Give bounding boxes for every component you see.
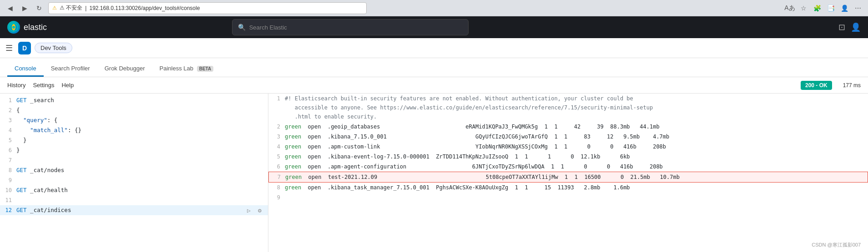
line-content-5: } [16,136,268,145]
star-icon[interactable]: ☆ [798,3,809,14]
security-warning-text: ⚠ 不安全 [60,4,82,12]
tab-search-profiler[interactable]: Search Profiler [44,61,97,77]
editor-content[interactable]: 1 GET _search 2 { 3 "query": { 4 "match_… [0,94,268,252]
more-icon[interactable]: ⋯ [853,3,863,14]
result-line-4: 4 green open .apm-custom-link YIobNqrNR0… [268,142,868,152]
line-number-1: 1 [0,96,16,105]
url-text: 192.168.0.113:30026/app/dev_tools#/conso… [89,5,200,11]
result-content-6: green open .apm-agent-configuration 6JNT… [285,162,868,171]
result-line-number-7: 7 [269,173,285,182]
settings-button[interactable]: Settings [33,80,54,90]
editor-line-12: 12 GET _cat/indices ▷ ⚙ [0,205,268,215]
aA-button[interactable]: Aあ [784,3,795,14]
line-number-3: 3 [0,116,16,125]
result-line-number-6: 6 [268,162,285,171]
line-number-10: 10 [0,186,16,195]
result-content-7: green open test-2021.12.09 5t08cpeOT7aXX… [285,173,868,182]
editor-line-4: 4 "match_all": {} [0,125,268,135]
result-line-2: 2 green open .geoip_databases eRAMid1KQP… [268,122,868,132]
line-content-2: { [16,106,268,115]
editor-panel: 1 GET _search 2 { 3 "query": { 4 "match_… [0,94,268,252]
extension-icon[interactable]: 🧩 [812,3,823,14]
beta-badge: BETA [197,66,213,72]
result-line-number-5: 5 [268,152,285,161]
search-placeholder-text: Search Elastic [249,24,287,31]
refresh-button[interactable]: ↻ [34,3,45,14]
result-line-1: 1 #! Elasticsearch built-in security fea… [268,94,868,122]
tab-console[interactable]: Console [7,61,44,77]
line-content-1: GET _search [16,96,268,105]
forward-button[interactable]: ▶ [19,3,30,14]
separator: | [85,5,86,11]
editor-line-10: 10 GET _cat/health [0,185,268,195]
elastic-logo-icon [7,21,20,34]
line-number-6: 6 [0,146,16,155]
copy-button[interactable]: ⚙ [255,206,264,215]
result-line-6: 6 green open .apm-agent-configuration 6J… [268,162,868,172]
result-line-number-3: 3 [268,132,285,141]
profile-icon[interactable]: 👤 [839,3,850,14]
hamburger-menu[interactable]: ☰ [5,43,13,53]
result-content-2: green open .geoip_databases eRAMid1KQPaJ… [285,122,868,131]
watermark: CSDN @寒江孤影007 [812,242,861,248]
editor-line-11: 11 [0,195,268,205]
editor-line-9: 9 [0,175,268,185]
browser-chrome: ◀ ▶ ↻ ⚠ ⚠ 不安全 | 192.168.0.113:30026/app/… [0,0,868,16]
result-line-number-4: 4 [268,142,285,151]
line-content-8: GET _cat/nodes [16,166,268,175]
editor-line-7: 7 [0,155,268,165]
result-content-9 [285,193,868,202]
result-line-3: 3 green open .kibana_7.15.0_001 GQyUfCIz… [268,132,868,142]
line-content-11 [16,196,268,205]
global-search-bar[interactable]: 🔍 Search Elastic [232,19,469,35]
run-button[interactable]: ▷ [244,206,253,215]
result-line-number-9: 9 [268,193,285,202]
address-bar[interactable]: ⚠ ⚠ 不安全 | 192.168.0.113:30026/app/dev_to… [48,2,367,14]
editor-line-2: 2 { [0,105,268,115]
tabs-bar: Console Search Profiler Grok Debugger Pa… [0,58,868,77]
history-button[interactable]: History [7,80,25,90]
line-content-6: } [16,146,268,155]
result-content-3: green open .kibana_7.15.0_001 GQyUfCIzQJ… [285,132,868,141]
line-number-5: 5 [0,136,16,145]
tab-painless-lab-label: Painless Lab [160,65,193,72]
elastic-logo-text: elastic [24,23,47,32]
result-line-9: 9 [268,193,868,203]
help-button[interactable]: Help [61,80,74,90]
line-content-12: GET _cat/indices [16,206,244,215]
back-button[interactable]: ◀ [5,3,15,14]
tab-painless-lab[interactable]: Painless Lab BETA [152,61,221,77]
result-content-4: green open .apm-custom-link YIobNqrNR0KN… [285,142,868,151]
nav-bar: ☰ D Dev Tools [0,38,868,58]
bookmark-icon[interactable]: 📑 [825,3,836,14]
results-panel: 1 #! Elasticsearch built-in security fea… [268,94,868,252]
line-number-8: 8 [0,166,16,175]
timing-label: 177 ms [843,82,861,89]
line-number-2: 2 [0,106,16,115]
result-line-7: 7 green open test-2021.12.09 5t08cpeOT7a… [268,172,868,183]
tab-grok-debugger[interactable]: Grok Debugger [97,61,152,77]
toolbar: History Settings Help 200 - OK 177 ms [0,77,868,94]
tab-search-profiler-label: Search Profiler [51,65,90,72]
elastic-header: elastic 🔍 Search Elastic ⊡ 👤 [0,16,868,38]
result-line-number-8: 8 [268,183,285,192]
line-content-10: GET _cat/health [16,186,268,195]
status-badge: 200 - OK [801,81,832,90]
elastic-logo[interactable]: elastic [7,21,47,34]
browser-right-controls: Aあ ☆ 🧩 📑 👤 ⋯ [784,3,863,14]
line-number-11: 11 [0,196,16,205]
tab-console-label: Console [15,65,36,72]
line-content-7 [16,156,268,165]
line-number-4: 4 [0,126,16,135]
app-name-label: Dev Tools [40,44,66,51]
svg-point-2 [12,26,15,29]
tab-grok-debugger-label: Grok Debugger [105,65,145,72]
help-icon[interactable]: ⊡ [838,22,845,32]
line-content-3: "query": { [16,116,268,125]
elastic-icon-svg [9,23,18,32]
app-icon: D [18,42,31,54]
app-name-pill[interactable]: Dev Tools [35,43,72,53]
line-number-9: 9 [0,176,16,185]
editor-line-8: 8 GET _cat/nodes [0,165,268,175]
user-avatar[interactable]: 👤 [851,22,861,32]
